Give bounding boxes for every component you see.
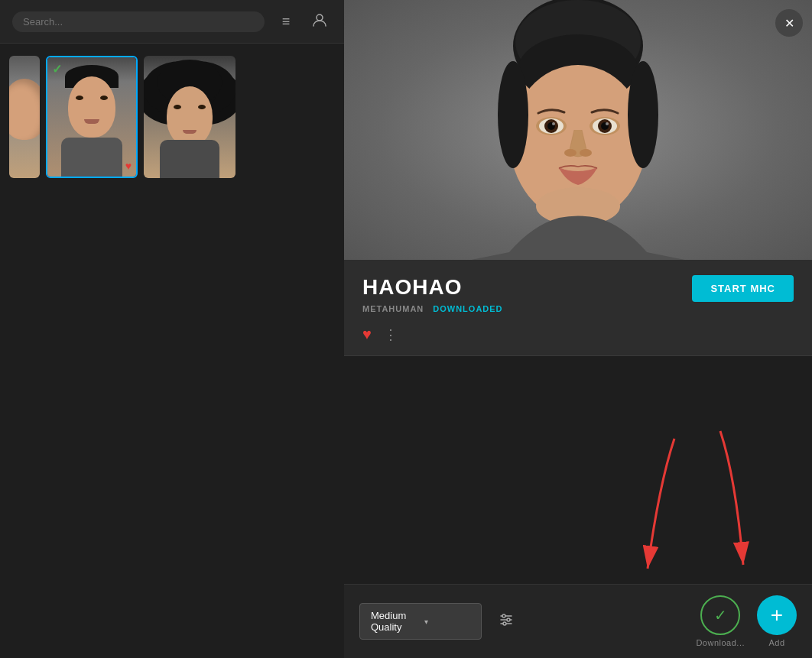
check-badge: ✓	[52, 62, 62, 76]
downloaded-badge: DOWNLOADED	[433, 304, 502, 313]
sliders-button[interactable]	[494, 608, 518, 636]
action-row: ♥ ⋮	[362, 326, 503, 343]
user-icon	[312, 12, 327, 31]
filter-button[interactable]: ≡	[274, 9, 298, 34]
plus-icon: +	[771, 605, 783, 626]
svg-point-16	[606, 122, 609, 125]
list-item[interactable]	[144, 56, 235, 178]
start-mhc-button[interactable]: START MHC	[692, 275, 794, 302]
user-button[interactable]	[307, 9, 332, 34]
svg-point-17	[564, 149, 577, 157]
bottom-bar: Medium Quality ▾ ✓	[344, 584, 812, 658]
sliders-icon	[499, 612, 514, 627]
search-input-wrap	[12, 11, 265, 32]
download-check-icon: ✓	[714, 606, 727, 624]
close-icon: ✕	[784, 16, 794, 31]
chevron-down-icon: ▾	[424, 617, 470, 626]
quality-dropdown[interactable]: Medium Quality ▾	[359, 603, 482, 640]
svg-point-21	[628, 61, 658, 168]
heart-button[interactable]: ♥	[362, 326, 372, 343]
add-action: + Add	[757, 595, 797, 647]
quality-label: Medium Quality	[371, 610, 417, 633]
close-button[interactable]: ✕	[775, 9, 803, 37]
download-button[interactable]: ✓	[700, 595, 740, 635]
main-content	[344, 356, 812, 584]
right-panel-bottom: Medium Quality ▾ ✓	[344, 584, 812, 658]
svg-point-20	[498, 61, 528, 168]
add-button[interactable]: +	[757, 595, 797, 635]
avatar-face-svg	[471, 0, 685, 260]
heart-badge: ♥	[125, 160, 132, 172]
info-bar: HAOHAO METAHUMAN DOWNLOADED ♥ ⋮ START MH…	[344, 260, 812, 356]
character-meta: METAHUMAN DOWNLOADED	[362, 304, 503, 313]
download-label: Download...	[696, 638, 745, 647]
character-name: HAOHAO	[362, 275, 503, 300]
avatar-preview	[344, 0, 812, 260]
filter-icon: ≡	[282, 14, 291, 30]
thumbnail-grid: ✓ ♥	[0, 44, 344, 658]
svg-point-0	[317, 15, 323, 21]
svg-point-27	[502, 614, 505, 617]
list-item[interactable]: ✓ ♥	[46, 56, 138, 178]
svg-point-15	[552, 122, 555, 125]
more-options-button[interactable]: ⋮	[384, 326, 399, 343]
download-action: ✓ Download...	[696, 595, 745, 647]
right-panel: ✕	[344, 0, 812, 658]
character-type: METAHUMAN	[362, 304, 424, 313]
search-input[interactable]	[23, 16, 254, 28]
left-panel: ≡	[0, 0, 344, 658]
add-label: Add	[768, 638, 784, 647]
svg-point-18	[580, 149, 592, 157]
list-item[interactable]	[9, 56, 40, 178]
search-bar: ≡	[0, 0, 344, 44]
svg-point-29	[503, 622, 506, 625]
svg-point-28	[507, 618, 510, 621]
